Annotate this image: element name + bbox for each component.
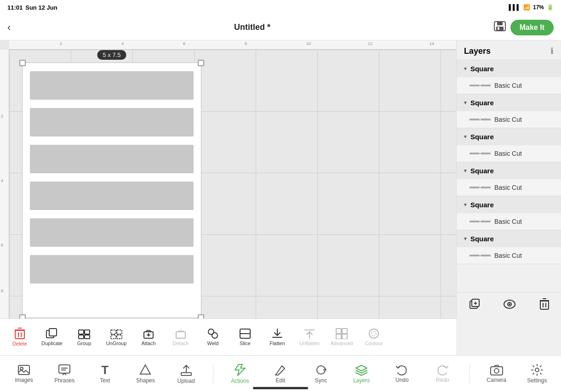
layer-line-4a: [469, 187, 480, 188]
nav-item-redo[interactable]: Redo: [427, 362, 458, 386]
canvas-area: 2 4 6 8 10 12 14 2 4 6 8 5 x 7.5 ↻: [0, 40, 456, 318]
layer-group-label-5: Square: [470, 201, 494, 209]
make-it-button[interactable]: Make It: [510, 20, 554, 35]
nav-item-undo[interactable]: Undo: [386, 362, 418, 386]
home-indicator: [253, 387, 308, 389]
layer-group-header-6[interactable]: ▼ Square: [457, 230, 561, 247]
layer-icon-5: [469, 221, 491, 222]
svg-marker-52: [140, 365, 150, 374]
svg-rect-44: [342, 334, 347, 339]
layer-item-5[interactable]: Basic Cut: [457, 213, 561, 230]
camera-icon: [490, 364, 503, 375]
nav-item-edit[interactable]: Edit: [265, 361, 296, 386]
bottom-nav: Images Phrases T Text Shapes Upload: [0, 355, 561, 392]
handle-top-left[interactable]: [19, 60, 26, 66]
tool-unflatten[interactable]: Unflatten: [293, 325, 326, 349]
ruler-mark-8: 8: [245, 41, 247, 46]
group-icon: [78, 328, 90, 339]
duplicate-label: Duplicate: [41, 341, 63, 346]
layers-title: Layers: [464, 46, 491, 56]
nav-item-camera[interactable]: Camera: [481, 362, 512, 386]
nav-item-images[interactable]: Images: [8, 362, 40, 386]
nav-item-sync[interactable]: Sync: [305, 361, 337, 386]
tool-detach[interactable]: Detach: [165, 325, 197, 349]
status-left: 11:01 Sun 12 Jun: [7, 4, 57, 11]
detach-label: Detach: [173, 341, 189, 346]
layer-group-header-3[interactable]: ▼ Square: [457, 128, 561, 145]
contour-icon: [368, 328, 379, 339]
layers-duplicate-button[interactable]: [468, 298, 480, 313]
tool-delete[interactable]: Delete: [4, 325, 36, 349]
nav-item-settings[interactable]: Settings: [521, 361, 553, 386]
handle-bottom-right[interactable]: [198, 314, 204, 318]
layer-item-1[interactable]: Basic Cut: [457, 77, 561, 94]
unflatten-icon: [304, 328, 315, 339]
nav-item-upload[interactable]: Upload: [171, 361, 202, 387]
nav-item-layers[interactable]: Layers: [346, 361, 377, 386]
layer-group-header-4[interactable]: ▼ Square: [457, 162, 561, 179]
unflatten-label: Unflatten: [299, 341, 320, 346]
layer-item-3[interactable]: Basic Cut: [457, 145, 561, 162]
layer-group-header-1[interactable]: ▼ Square: [457, 60, 561, 77]
nav-item-actions[interactable]: Actions: [224, 361, 256, 387]
ruler-mark-v-6: 6: [1, 243, 3, 247]
stripe-2: [30, 108, 194, 136]
tool-slice[interactable]: Slice: [229, 325, 261, 349]
handle-bottom-left[interactable]: [19, 314, 26, 318]
layer-group-header-5[interactable]: ▼ Square: [457, 196, 561, 213]
slice-icon: [239, 328, 251, 339]
nav-item-phrases[interactable]: Phrases: [49, 361, 80, 386]
tool-attach[interactable]: Attach: [132, 325, 165, 349]
back-button[interactable]: ‹: [7, 22, 11, 34]
layer-group-header-2[interactable]: ▼ Square: [457, 94, 561, 111]
layer-line-3b: [481, 153, 491, 154]
svg-point-36: [212, 333, 218, 338]
layer-line-5b: [481, 221, 491, 222]
settings-label: Settings: [527, 377, 547, 384]
layers-visibility-button[interactable]: [503, 300, 516, 312]
layer-icon-4: [469, 187, 491, 188]
tool-contour[interactable]: Contour: [358, 325, 390, 349]
svg-rect-23: [79, 330, 84, 334]
images-icon: [17, 364, 30, 375]
tool-group[interactable]: Group: [68, 325, 100, 349]
layer-item-label-6: Basic Cut: [494, 252, 522, 259]
advanced-label: Advanced: [331, 341, 353, 346]
header: ‹ Untitled * Make It: [0, 15, 561, 40]
tool-duplicate[interactable]: Duplicate: [36, 325, 68, 349]
svg-rect-34: [176, 332, 185, 338]
actions-label: Actions: [231, 378, 249, 384]
weld-icon: [207, 328, 218, 339]
layer-icon-1: [469, 85, 491, 86]
ruler-mark-v-2: 2: [1, 114, 3, 119]
date: Sun 12 Jun: [25, 4, 57, 11]
upload-icon: [180, 364, 192, 376]
layer-line-1b: [481, 85, 491, 86]
layer-item-2[interactable]: Basic Cut: [457, 111, 561, 128]
layer-line-6a: [469, 255, 480, 256]
nav-item-text[interactable]: T Text: [89, 361, 120, 386]
triangle-icon-3: ▼: [463, 134, 468, 139]
status-bar: 11:01 Sun 12 Jun ▌▌▌ 📶 17% 🔋: [0, 0, 561, 15]
layers-delete-icon: [539, 298, 550, 310]
undo-icon: [396, 364, 408, 375]
tool-flatten[interactable]: Flatten: [261, 325, 293, 349]
layer-item-6[interactable]: Basic Cut: [457, 247, 561, 264]
layers-info-icon[interactable]: ℹ: [550, 46, 554, 56]
save-button[interactable]: [494, 21, 506, 34]
tool-advanced[interactable]: Advanced: [326, 325, 358, 349]
tool-ungroup[interactable]: UnGroup: [100, 325, 132, 349]
tool-weld[interactable]: Weld: [197, 325, 229, 349]
time: 11:01: [7, 4, 23, 11]
ruler-mark-14: 14: [429, 41, 434, 46]
layers-delete-button[interactable]: [539, 298, 550, 313]
svg-rect-28: [117, 330, 122, 334]
layer-item-4[interactable]: Basic Cut: [457, 179, 561, 196]
svg-rect-54: [491, 367, 503, 375]
design-mat[interactable]: 5 x 7.5 ↻: [22, 62, 201, 318]
layer-line-2b: [481, 119, 491, 120]
handle-top-right[interactable]: [198, 60, 204, 66]
ruler-mark-10: 10: [306, 41, 311, 46]
actions-icon: [234, 364, 246, 376]
nav-item-shapes[interactable]: Shapes: [130, 361, 161, 386]
